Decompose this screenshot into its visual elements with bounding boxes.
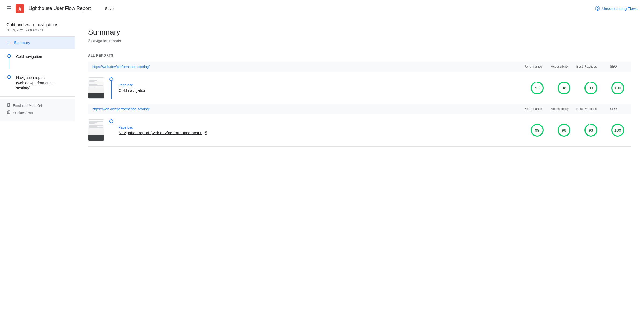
help-icon: ⓪ [595,5,600,12]
all-reports-section: ALL REPORTS https://web.dev/performance-… [88,54,631,147]
svg-rect-6 [7,41,8,41]
thumb-line [89,122,97,123]
col-header-performance-2: Performance [519,107,546,111]
project-title: Cold and warm navigations [6,23,68,27]
main-layout: Cold and warm navigations Nov 3, 2021, 7… [0,17,644,322]
menu-icon[interactable]: ☰ [6,5,11,12]
score-wrap-seo-2: 100 [604,123,631,137]
score-wrap-perf-1: 93 [524,81,551,95]
step-connector-1 [109,77,113,99]
sidebar-step-1[interactable]: Cold navigation [0,51,75,72]
main-content: Summary 2 navigation reports ALL REPORTS… [75,17,644,322]
report-type-2: Page load [119,126,524,129]
summary-label: Summary [14,41,30,45]
sidebar-device: Emulated Moto G4 [0,99,75,121]
score-wrap-acc-2: 98 [551,123,577,137]
score-text-perf-2: 99 [535,128,540,133]
device-row: Emulated Moto G4 [6,103,68,108]
svg-rect-4 [8,42,10,42]
col-headers-2: Performance Accessibility Best Practices… [519,107,627,111]
sidebar-step-2[interactable]: Navigation report (web.dev/performance-s… [0,72,75,94]
col-header-accessibility-2: Accessibility [546,107,573,111]
sidebar-project: Cold and warm navigations Nov 3, 2021, 7… [0,17,75,36]
report-row-2: Page load Navigation report (web.dev/per… [88,114,631,147]
score-wrap-seo-1: 100 [604,81,631,95]
sidebar-item-summary[interactable]: Summary [0,37,75,49]
step-dot-col-1 [6,54,12,69]
app-title: Lighthouse User Flow Report [28,6,91,11]
score-circle-seo-2: 100 [611,123,625,137]
thumb-line [89,79,103,79]
thumb-line [89,85,103,86]
thumb-line [89,123,95,124]
col-header-performance-1: Performance [519,65,546,69]
step-label-1: Cold navigation [16,54,42,60]
device-label: Emulated Moto G4 [13,104,42,108]
understanding-flows-link[interactable]: ⓪ Understanding Flows [595,5,638,12]
score-text-seo-2: 100 [614,128,621,133]
summary-title: Summary [88,28,631,36]
score-circles-2: 99 98 [524,123,631,137]
url-header-row-2: https://web.dev/performance-scoring/ Per… [88,104,631,114]
step-label-2: Navigation report (web.dev/performance-s… [16,75,68,91]
all-reports-label: ALL REPORTS [88,54,631,57]
thumb-line [89,80,97,81]
report-info-2: Page load Navigation report (web.dev/per… [119,126,524,135]
score-text-bp-2: 93 [589,128,593,133]
url-header-row-1: https://web.dev/performance-scoring/ Per… [88,62,631,72]
report-row-1: Page load Cold navigation [88,72,631,104]
step-line-1 [9,58,9,69]
report-url-2[interactable]: https://web.dev/performance-scoring/ [92,107,519,111]
lighthouse-logo [16,4,24,13]
score-text-bp-1: 93 [589,86,593,90]
score-text-acc-1: 98 [562,86,566,90]
connector-line-1 [111,81,112,99]
score-text-perf-1: 93 [535,86,540,90]
score-text-acc-2: 98 [562,128,566,133]
score-circle-perf-1: 93 [530,81,544,95]
thumb-line [89,126,97,127]
step-dot-col-2 [6,75,12,79]
report-name-1[interactable]: Cold navigation [119,88,524,93]
svg-rect-12 [8,111,9,113]
report-type-1: Page load [119,83,524,87]
project-date: Nov 3, 2021, 7:00 AM CDT [6,28,68,32]
step-dot-1 [7,54,11,58]
score-circle-bp-1: 93 [584,81,598,95]
thumb-dark-2 [88,135,104,141]
col-header-seo-1: SEO [600,65,627,69]
score-circle-acc-1: 98 [557,81,571,95]
col-header-accessibility-1: Accessibility [546,65,573,69]
svg-rect-10 [8,106,9,107]
score-circle-perf-2: 99 [530,123,544,137]
report-url-1[interactable]: https://web.dev/performance-scoring/ [92,65,519,69]
col-headers-1: Performance Accessibility Best Practices… [519,65,627,69]
thumb-dark-1 [88,93,104,98]
save-button[interactable]: Save [102,4,117,13]
thumb-line [89,127,103,128]
thumb-line [89,125,103,126]
thumb-line [89,84,97,85]
report-info-1: Page load Cold navigation [119,83,524,93]
device-icon [6,103,11,108]
slowdown-row: 4x slowdown [6,110,68,115]
score-wrap-bp-2: 93 [577,123,604,137]
score-circle-seo-1: 100 [611,81,625,95]
col-header-bp-1: Best Practices [573,65,600,69]
svg-rect-3 [8,41,10,41]
col-header-seo-2: SEO [600,107,627,111]
score-wrap-bp-1: 93 [577,81,604,95]
thumb-line [89,121,103,122]
score-text-seo-1: 100 [614,86,621,90]
svg-rect-7 [7,42,8,42]
report-name-2[interactable]: Navigation report (web.dev/performance-s… [119,130,524,135]
cpu-icon [6,110,11,115]
score-circles-1: 93 98 [524,81,631,95]
score-circle-acc-2: 98 [557,123,571,137]
report-block-1: https://web.dev/performance-scoring/ Per… [88,62,631,104]
score-wrap-acc-1: 98 [551,81,577,95]
svg-rect-8 [7,43,8,43]
sidebar: Cold and warm navigations Nov 3, 2021, 7… [0,17,75,322]
summary-sub: 2 navigation reports [88,39,631,43]
slowdown-label: 4x slowdown [13,111,33,115]
